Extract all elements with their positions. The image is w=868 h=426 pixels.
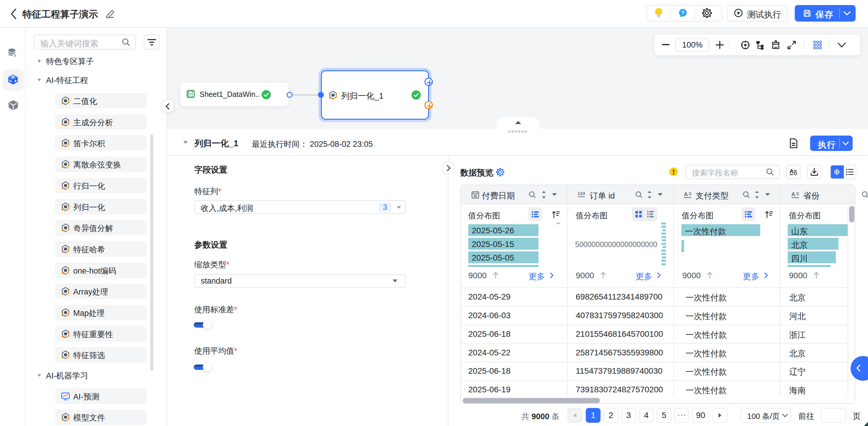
svg-text:?: ? (681, 10, 684, 16)
svg-text:A: A (684, 191, 688, 197)
svg-text:A: A (791, 191, 795, 197)
svg-text:123: 123 (578, 191, 585, 196)
svg-text:X: X (189, 92, 191, 96)
svg-text:A: A (789, 168, 794, 174)
